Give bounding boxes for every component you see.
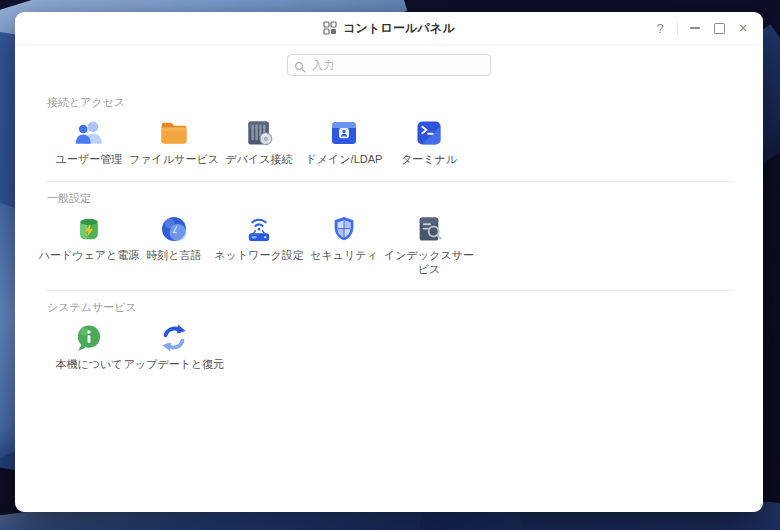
- item-row-connection: ユーザー管理 ファイルサービス: [45, 117, 733, 167]
- control-panel-window: コントロールパネル ? × 接続とアクセス: [15, 12, 763, 512]
- item-label: ドメイン/LDAP: [306, 153, 383, 167]
- item-file-service[interactable]: ファイルサービス: [132, 117, 216, 167]
- maximize-button[interactable]: [709, 18, 729, 38]
- section-header-connection: 接続とアクセス: [47, 95, 733, 110]
- minimize-button[interactable]: [685, 18, 705, 38]
- item-hardware-power[interactable]: ハードウェアと電源: [47, 213, 131, 277]
- item-label: アップデートと復元: [124, 358, 225, 372]
- search-input[interactable]: [287, 54, 491, 76]
- search-box: [287, 54, 491, 76]
- close-button[interactable]: ×: [733, 18, 753, 38]
- shield-icon: [328, 213, 360, 245]
- window-controls: ? ×: [650, 12, 753, 44]
- item-domain-ldap[interactable]: ドメイン/LDAP: [302, 117, 386, 167]
- item-time-language[interactable]: 時刻と言語: [132, 213, 216, 277]
- index-search-icon: [413, 213, 445, 245]
- controls-divider: [677, 22, 678, 35]
- title-group: コントロールパネル: [323, 20, 455, 37]
- item-label: 本機について: [55, 358, 122, 372]
- help-button[interactable]: ?: [650, 18, 670, 38]
- item-label: インデックスサービス: [379, 249, 479, 277]
- section-header-system: システムサービス: [47, 300, 733, 315]
- item-label: ユーザー管理: [56, 153, 123, 167]
- minimize-icon: [690, 27, 700, 29]
- item-label: ハードウェアと電源: [39, 249, 140, 263]
- control-panel-grid-icon: [323, 21, 337, 35]
- item-security[interactable]: セキュリティ: [302, 213, 386, 277]
- item-network-settings[interactable]: ネットワーク設定: [217, 213, 301, 277]
- item-row-system: 本機について アップデートと復元: [45, 322, 733, 372]
- section-divider: [45, 290, 733, 291]
- item-user-management[interactable]: ユーザー管理: [47, 117, 131, 167]
- terminal-icon: [413, 117, 445, 149]
- item-about-device[interactable]: 本機について: [47, 322, 131, 372]
- item-index-service[interactable]: インデックスサービス: [387, 213, 471, 277]
- globe-clock-icon: [158, 213, 190, 245]
- content: 接続とアクセス ユーザー管理: [15, 76, 763, 512]
- battery-power-icon: [73, 213, 105, 245]
- item-device-connection[interactable]: デバイス接続: [217, 117, 301, 167]
- item-row-general: ハードウェアと電源 時刻と言語: [45, 213, 733, 277]
- item-label: デバイス接続: [225, 153, 292, 167]
- section-header-general: 一般設定: [47, 191, 733, 206]
- titlebar[interactable]: コントロールパネル ? ×: [15, 12, 763, 45]
- domain-ldap-icon: [328, 117, 360, 149]
- item-update-restore[interactable]: アップデートと復元: [132, 322, 216, 372]
- device-nas-icon: [243, 117, 275, 149]
- folder-icon: [158, 117, 190, 149]
- window-title: コントロールパネル: [343, 20, 455, 37]
- item-label: ネットワーク設定: [214, 249, 303, 263]
- item-terminal[interactable]: ターミナル: [387, 117, 471, 167]
- section-divider: [45, 181, 733, 182]
- search-row: [15, 54, 763, 76]
- users-icon: [73, 117, 105, 149]
- maximize-icon: [714, 23, 725, 34]
- item-label: 時刻と言語: [146, 249, 201, 263]
- sync-arrows-icon: [158, 322, 190, 354]
- item-label: セキュリティ: [310, 249, 378, 263]
- item-label: ターミナル: [401, 153, 457, 167]
- router-wifi-icon: [243, 213, 275, 245]
- info-bubble-icon: [73, 322, 105, 354]
- item-label: ファイルサービス: [129, 153, 219, 167]
